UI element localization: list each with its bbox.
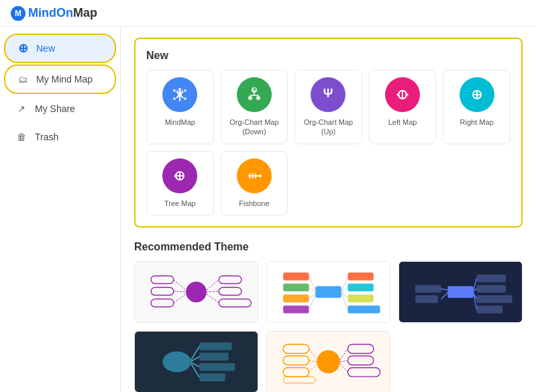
svg-line-43: [207, 291, 219, 292]
theme-grid: [134, 261, 523, 392]
org-up-label: Org-Chart Map (Up): [299, 117, 358, 137]
svg-rect-33: [151, 276, 174, 284]
map-item-right-map[interactable]: Right Map: [443, 70, 511, 144]
svg-rect-62: [447, 286, 474, 297]
svg-point-10: [248, 96, 252, 100]
svg-line-93: [309, 360, 317, 362]
svg-point-2: [173, 89, 176, 92]
trash-icon: 🗑: [15, 130, 28, 144]
svg-rect-38: [219, 299, 251, 307]
org-up-icon: Ψ: [311, 77, 345, 112]
new-section-title: New: [146, 50, 511, 62]
folder-icon: 🗂: [16, 72, 30, 86]
mindmap-icon: [162, 77, 197, 112]
map-grid-row1: MindMap ⊕: [146, 70, 511, 144]
svg-rect-87: [283, 368, 309, 377]
svg-line-74: [441, 293, 448, 299]
theme-item-3[interactable]: [398, 261, 523, 323]
left-map-label: Left Map: [388, 117, 417, 127]
svg-text:⊕: ⊕: [252, 87, 256, 91]
svg-point-75: [162, 351, 191, 372]
svg-point-11: [256, 96, 260, 100]
sidebar: ⊕ New 🗂 My Mind Map ↗ My Share 🗑 Trash: [0, 27, 121, 392]
sidebar-new-label: New: [36, 43, 55, 54]
svg-line-94: [309, 364, 317, 373]
logo-map-part: Map: [73, 6, 97, 19]
svg-rect-47: [283, 283, 309, 291]
logo-mind-part: Mind: [28, 6, 56, 19]
svg-point-3: [184, 89, 186, 92]
mindmap-label: MindMap: [165, 117, 195, 127]
map-item-org-up[interactable]: Ψ Org-Chart Map (Up): [294, 70, 362, 144]
org-down-label: Org-Chart Map(Down): [229, 117, 278, 137]
svg-rect-37: [219, 287, 242, 295]
fishbone-label: Fishbone: [239, 199, 269, 208]
logo-icon: M: [11, 6, 25, 21]
theme-item-5[interactable]: [266, 331, 390, 392]
org-down-icon: ⊕: [237, 77, 272, 112]
svg-rect-34: [151, 287, 174, 295]
sidebar-myshare-label: My Share: [35, 103, 75, 114]
svg-line-97: [340, 364, 348, 373]
recommended-title: Recommended Theme: [134, 241, 523, 253]
theme-item-1[interactable]: [134, 261, 258, 323]
svg-point-84: [317, 350, 340, 374]
sidebar-item-trash[interactable]: 🗑 Trash: [4, 124, 116, 150]
sidebar-item-my-share[interactable]: ↗ My Share: [4, 95, 116, 122]
svg-line-92: [309, 349, 317, 360]
svg-line-95: [340, 349, 348, 360]
header: M MindOnMap: [0, 0, 536, 27]
svg-line-39: [174, 280, 186, 290]
svg-rect-49: [283, 305, 309, 313]
sidebar-item-my-mind-map[interactable]: 🗂 My Mind Map: [4, 64, 116, 94]
map-item-left-map[interactable]: Left Map: [369, 70, 437, 144]
svg-rect-48: [283, 295, 309, 303]
logo-on-part: On: [56, 6, 73, 19]
svg-point-1: [178, 93, 182, 97]
svg-rect-91: [347, 368, 380, 377]
fishbone-icon: [237, 158, 272, 193]
plus-icon: ⊕: [16, 42, 30, 55]
svg-line-44: [207, 294, 219, 303]
svg-line-61: [341, 292, 348, 309]
svg-line-73: [441, 289, 448, 290]
svg-rect-52: [347, 295, 374, 303]
svg-line-40: [174, 291, 186, 292]
svg-line-42: [207, 280, 219, 290]
map-item-tree-map[interactable]: Tree Map: [146, 151, 214, 215]
sidebar-item-new[interactable]: ⊕ New: [4, 34, 116, 63]
tree-map-icon: [162, 158, 197, 193]
svg-line-69: [474, 279, 477, 290]
svg-line-41: [174, 294, 186, 303]
map-item-org-down[interactable]: ⊕ Org-Chart Map(Down): [221, 70, 288, 144]
svg-point-4: [173, 97, 176, 100]
recommended-section: Recommended Theme: [134, 241, 523, 392]
svg-rect-78: [199, 363, 235, 371]
svg-rect-53: [347, 305, 380, 313]
tree-map-label: Tree Map: [164, 199, 196, 208]
svg-rect-66: [477, 305, 503, 313]
layout: ⊕ New 🗂 My Mind Map ↗ My Share 🗑 Trash N…: [0, 27, 536, 392]
svg-rect-45: [315, 286, 341, 297]
map-item-mindmap[interactable]: MindMap: [146, 70, 214, 144]
map-item-fishbone[interactable]: Fishbone: [221, 151, 288, 215]
svg-rect-51: [347, 283, 374, 291]
logo: M MindOnMap: [11, 6, 97, 21]
empty-slot-5: [443, 151, 511, 215]
empty-slot-3: [294, 151, 362, 215]
svg-rect-85: [283, 344, 309, 353]
theme-item-2[interactable]: [266, 261, 390, 323]
theme-preview-1: [135, 262, 258, 322]
theme-item-4[interactable]: [134, 331, 258, 392]
svg-point-32: [186, 281, 207, 302]
theme-preview-3: [399, 262, 522, 322]
theme-preview-5: [267, 332, 390, 392]
svg-rect-63: [477, 275, 506, 283]
svg-rect-76: [199, 342, 231, 350]
svg-point-5: [184, 97, 186, 100]
svg-rect-68: [415, 295, 438, 303]
map-grid-row2: Tree Map: [146, 151, 511, 215]
svg-rect-50: [347, 273, 374, 281]
logo-text: MindOnMap: [28, 6, 97, 20]
svg-rect-64: [477, 285, 506, 293]
